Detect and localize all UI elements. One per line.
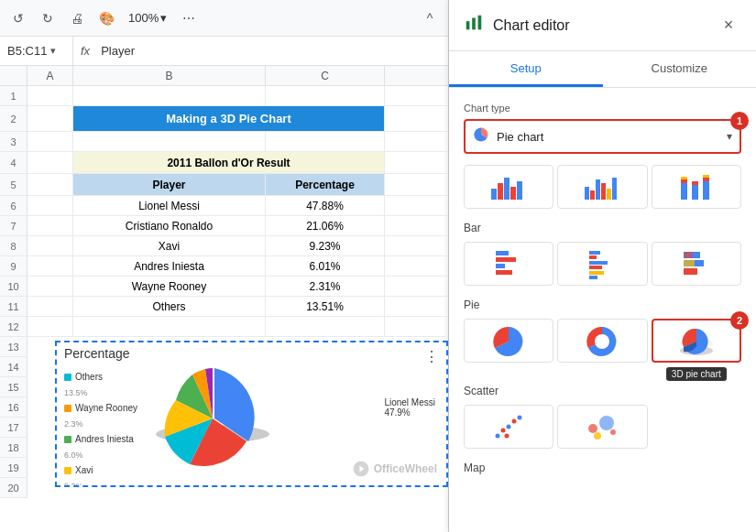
cell-player[interactable]: Lionel Messi [73,196,266,215]
cell-player[interactable]: Wayne Rooney [73,277,266,296]
title-cell[interactable]: Making a 3D Pie Chart [73,106,385,131]
undo-button[interactable]: ↺ [7,7,29,29]
thumbnail-bar-h3[interactable] [652,242,741,286]
chart-more-button[interactable]: ⋮ [424,348,439,365]
thumbnail-bar-grouped-2[interactable] [557,165,647,209]
zoom-value: 100% [128,11,159,25]
chart-type-dropdown[interactable]: 1 Pie chart ▾ [464,119,741,154]
svg-rect-26 [496,270,512,275]
col-header-player[interactable]: Player [73,174,266,195]
cell-percentage[interactable]: 13.51% [266,297,385,316]
chart-editor-panel: Chart editor × Setup Customize Chart typ… [449,0,756,532]
cell-player[interactable]: Others [73,297,266,316]
cell[interactable] [27,317,73,336]
cell[interactable] [27,106,73,131]
svg-rect-21 [703,178,709,181]
cell-percentage[interactable]: 2.31% [266,277,385,296]
svg-point-40 [595,334,609,349]
table-row: 6 Lionel Messi 47.88% [0,196,448,216]
cell[interactable] [27,174,73,195]
panel-title: Chart editor [493,17,707,34]
cell-player[interactable]: Andres Iniesta [73,256,266,276]
cell[interactable] [266,317,385,336]
cell-reference[interactable]: B5:C11 ▾ [0,37,73,65]
cell-percentage[interactable]: 6.01% [266,256,385,276]
svg-rect-27 [589,251,600,255]
legend-color [64,374,71,381]
svg-rect-16 [681,179,687,183]
cell-player[interactable]: Xavi [73,236,266,255]
cell-player[interactable]: Cristiano Ronaldo [73,216,266,235]
col-header-percentage[interactable]: Percentage [266,174,385,195]
pie-thumbnails-section: 2 3D pie chart [464,319,741,363]
cell[interactable] [266,132,385,151]
cell[interactable] [27,297,73,316]
table-row: 5 Player Percentage [0,174,448,196]
cell[interactable] [27,132,73,151]
svg-point-51 [594,432,601,440]
cell[interactable] [27,277,73,296]
col-header-c[interactable]: C [266,66,385,86]
chart-type-label: Chart type [464,103,741,114]
col-header-a[interactable]: A [27,66,73,86]
paint-format-button[interactable]: 🎨 [95,7,117,29]
cell[interactable] [73,317,266,336]
cell[interactable] [27,152,73,173]
section-header-cell[interactable]: 2011 Ballon d'Or Result [73,152,385,173]
thumbnails-grid-column [464,165,741,209]
cell[interactable] [27,196,73,215]
thumbnail-bar-grouped[interactable] [464,165,553,209]
thumbnail-bar-h1[interactable] [464,242,553,286]
cell-percentage[interactable]: 9.23% [266,236,385,255]
legend-color [64,467,71,474]
cell[interactable] [27,256,73,276]
row-numbers-chart: 13 14 15 16 17 18 19 20 [0,337,27,498]
col-header-b[interactable]: B [73,66,266,86]
more-options-button[interactable]: ⋯ [178,7,200,29]
cell[interactable] [27,86,73,105]
svg-rect-29 [589,261,608,265]
redo-button[interactable]: ↻ [37,7,59,29]
svg-rect-32 [589,276,597,279]
chart-area[interactable]: Percentage ⋮ Others 13.5% Wayn [55,341,448,487]
cell[interactable] [73,132,266,151]
thumbnails-grid-bar [464,242,741,286]
table-row: 1 [0,86,448,106]
chart-rows-container: 13 14 15 16 17 18 19 20 Percentage ⋮ [0,337,448,498]
table-row: 3 [0,132,448,152]
cell[interactable] [27,216,73,235]
svg-rect-22 [703,175,709,178]
print-button[interactable]: 🖨 [66,7,88,29]
cell[interactable] [266,86,385,105]
cell-percentage[interactable]: 47.88% [266,196,385,215]
legend-color [64,436,71,443]
zoom-selector[interactable]: 100% ▾ [125,9,170,27]
thumbnail-3d-pie[interactable]: 2 3D pie chart [652,319,741,363]
thumbnail-bar-h2[interactable] [557,242,647,286]
thumbnail-bar-stacked[interactable] [652,165,741,209]
tooltip-3d-pie: 3D pie chart [666,367,727,381]
cell-ref-dropdown[interactable]: ▾ [50,45,56,57]
badge-1: 1 [730,112,749,130]
thumbnail-donut[interactable] [557,319,647,363]
svg-rect-2 [472,18,476,30]
svg-point-48 [505,434,509,439]
cell[interactable] [73,86,266,105]
thumbnail-scatter1[interactable] [464,405,553,449]
svg-rect-8 [517,181,522,200]
thumbnail-scatter3[interactable] [652,405,741,449]
chart-type-value: Pie chart [497,130,719,144]
row-number: 2 [0,106,27,131]
cell[interactable] [27,236,73,255]
table-row: 15 [0,377,27,397]
thumbnail-scatter2[interactable] [557,405,647,449]
row-number: 7 [0,216,27,235]
svg-rect-25 [496,264,505,268]
minimize-button[interactable]: ^ [419,7,441,29]
tab-setup[interactable]: Setup [449,51,603,87]
table-row: 2 Making a 3D Pie Chart [0,106,448,132]
panel-close-button[interactable]: × [716,13,741,38]
cell-percentage[interactable]: 21.06% [266,216,385,235]
thumbnail-pie[interactable] [464,319,553,363]
tab-customize[interactable]: Customize [603,51,757,87]
